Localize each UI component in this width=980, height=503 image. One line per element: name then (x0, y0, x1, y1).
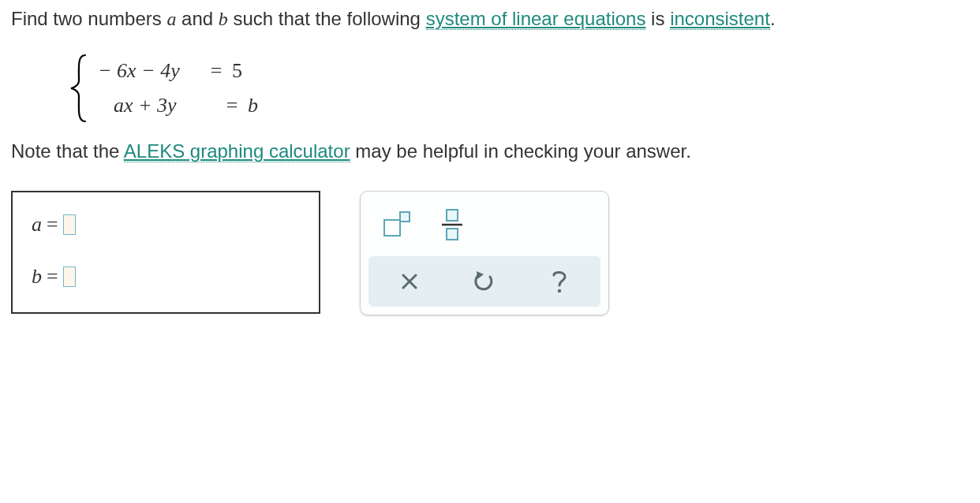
question-mid2: such that the following (228, 8, 426, 29)
svg-rect-2 (447, 210, 458, 221)
eq2-equals: = (216, 94, 248, 117)
question-prefix: Find two numbers (11, 8, 166, 29)
question-var-b: b (219, 9, 228, 29)
input-b[interactable] (63, 266, 76, 287)
answer-b-label: b (32, 265, 42, 289)
note-prefix: Note that the (11, 140, 124, 162)
eq1-equals: = (200, 59, 232, 83)
answer-row-a: a = (32, 213, 300, 237)
equation-system: − 6x − 4y = 5 ax + 3y = b (66, 52, 969, 125)
left-brace-icon (66, 52, 95, 125)
question-suffix: . (770, 8, 776, 29)
link-inconsistent[interactable]: inconsistent (670, 8, 770, 30)
svg-rect-1 (400, 212, 410, 222)
svg-rect-0 (384, 220, 400, 236)
svg-rect-4 (447, 229, 458, 240)
equation-2: ax + 3y = b (98, 94, 271, 117)
svg-point-8 (558, 289, 561, 292)
clear-button[interactable] (372, 263, 447, 300)
link-system-of-linear-equations[interactable]: system of linear equations (426, 8, 646, 30)
fraction-template-button[interactable] (435, 207, 469, 242)
note-suffix: may be helpful in checking your answer. (350, 140, 691, 162)
question-mid3: is (645, 8, 670, 29)
eq1-lhs: − 6x − 4y (98, 59, 200, 83)
help-button[interactable] (522, 263, 597, 300)
input-a[interactable] (63, 214, 76, 235)
question-mid1: and (176, 8, 218, 29)
question-text: Find two numbers a and b such that the f… (11, 8, 969, 30)
eq2-rhs: b (248, 94, 271, 117)
answer-a-label: a (32, 213, 42, 237)
eq2-lhs: ax + 3y (98, 94, 216, 117)
link-aleks-graphing-calculator[interactable]: ALEKS graphing calculator (124, 140, 350, 162)
undo-button[interactable] (447, 263, 522, 300)
eq1-rhs: 5 (232, 59, 256, 83)
answer-b-equals: = (47, 265, 58, 289)
answer-row-b: b = (32, 265, 300, 289)
svg-marker-7 (477, 271, 484, 279)
math-palette (360, 191, 609, 315)
answer-box: a = b = (11, 191, 320, 314)
answer-a-equals: = (47, 213, 58, 237)
equation-1: − 6x − 4y = 5 (98, 59, 271, 83)
note-text: Note that the ALEKS graphing calculator … (11, 140, 969, 162)
exponent-template-button[interactable] (380, 207, 414, 242)
question-var-a: a (166, 9, 176, 29)
